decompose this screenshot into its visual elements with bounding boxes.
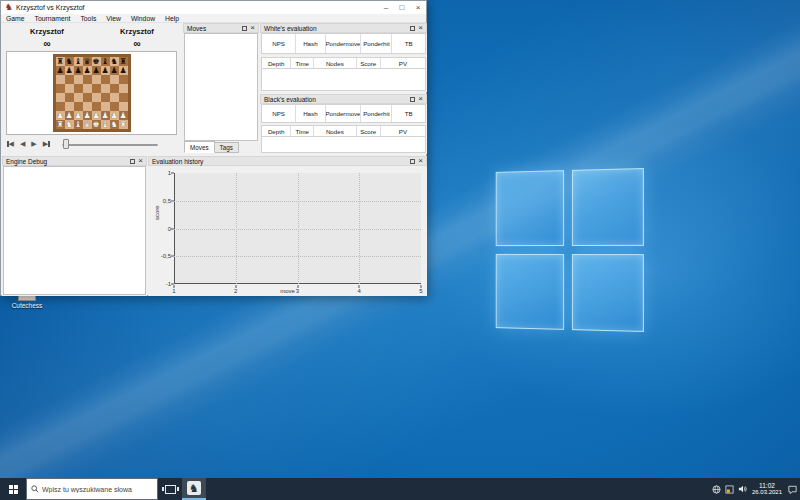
skip-to-end-button[interactable]: ▶ — [43, 140, 50, 148]
board-square[interactable] — [65, 93, 74, 102]
board-square[interactable] — [56, 102, 65, 111]
minimize-button[interactable]: – — [378, 1, 394, 14]
board-square[interactable]: ♟ — [56, 66, 65, 75]
board-square[interactable] — [92, 75, 101, 84]
board-square[interactable]: ♟ — [101, 66, 110, 75]
column-header-ponderhit[interactable]: Ponderhit — [361, 105, 392, 122]
column-header-tb[interactable]: TB — [392, 105, 425, 122]
taskbar-search[interactable] — [26, 478, 158, 500]
menu-item-help[interactable]: Help — [160, 15, 184, 22]
board-square[interactable] — [56, 84, 65, 93]
board-square[interactable]: ♜ — [56, 57, 65, 66]
board-square[interactable]: ♝ — [74, 120, 83, 129]
board-square[interactable]: ♜ — [119, 120, 128, 129]
board-square[interactable]: ♛ — [83, 57, 92, 66]
board-square[interactable] — [83, 102, 92, 111]
volume-icon[interactable] — [736, 478, 749, 500]
close-panel-icon[interactable]: × — [138, 158, 143, 164]
board-square[interactable] — [92, 102, 101, 111]
column-header-pondermove[interactable]: Pondermove — [326, 105, 362, 122]
board-square[interactable]: ♚ — [92, 57, 101, 66]
board-square[interactable]: ♟ — [65, 66, 74, 75]
board-square[interactable] — [65, 84, 74, 93]
close-button[interactable]: × — [410, 1, 426, 14]
tab-moves[interactable]: Moves — [184, 141, 215, 153]
board-square[interactable]: ♝ — [101, 57, 110, 66]
board-square[interactable]: ♟ — [101, 111, 110, 120]
board-square[interactable] — [101, 84, 110, 93]
close-panel-icon[interactable]: × — [418, 25, 423, 31]
board-square[interactable]: ♟ — [92, 111, 101, 120]
board-square[interactable] — [83, 75, 92, 84]
board-square[interactable]: ♝ — [74, 57, 83, 66]
board-square[interactable] — [119, 102, 128, 111]
board-square[interactable] — [119, 93, 128, 102]
title-bar[interactable]: ♞ Krzysztof vs Krzysztof – □ × — [1, 1, 426, 14]
board-square[interactable] — [74, 102, 83, 111]
board-square[interactable]: ♛ — [83, 120, 92, 129]
board-square[interactable]: ♟ — [119, 66, 128, 75]
board-square[interactable] — [56, 75, 65, 84]
column-header-time[interactable]: Time — [291, 126, 314, 136]
board-square[interactable]: ♚ — [92, 120, 101, 129]
board-square[interactable]: ♜ — [119, 57, 128, 66]
board-square[interactable]: ♟ — [110, 111, 119, 120]
previous-move-button[interactable]: ◀ — [20, 140, 25, 148]
board-square[interactable] — [56, 93, 65, 102]
float-panel-icon[interactable] — [130, 159, 135, 164]
menu-item-game[interactable]: Game — [1, 15, 30, 22]
board-square[interactable] — [110, 84, 119, 93]
board-square[interactable] — [119, 84, 128, 93]
menu-item-tools[interactable]: Tools — [75, 15, 101, 22]
black-eval-table-body[interactable] — [261, 137, 426, 153]
start-button[interactable] — [0, 478, 26, 500]
float-panel-icon[interactable] — [242, 26, 247, 31]
board-square[interactable] — [110, 93, 119, 102]
board-square[interactable] — [65, 102, 74, 111]
white-eval-table-body[interactable] — [261, 69, 426, 91]
board-square[interactable] — [74, 75, 83, 84]
close-panel-icon[interactable]: × — [418, 158, 423, 164]
column-header-hash[interactable]: Hash — [296, 105, 325, 122]
board-square[interactable]: ♞ — [110, 57, 119, 66]
board-square[interactable] — [92, 84, 101, 93]
float-panel-icon[interactable] — [410, 26, 415, 31]
menu-item-view[interactable]: View — [101, 15, 126, 22]
board-square[interactable] — [101, 102, 110, 111]
column-header-nps[interactable]: NPS — [262, 34, 296, 53]
column-header-time[interactable]: Time — [291, 58, 314, 68]
board-square[interactable]: ♟ — [74, 111, 83, 120]
board-square[interactable] — [83, 93, 92, 102]
slider-handle[interactable] — [63, 139, 69, 149]
board-square[interactable] — [119, 75, 128, 84]
board-square[interactable] — [101, 75, 110, 84]
board-square[interactable]: ♜ — [56, 120, 65, 129]
column-header-depth[interactable]: Depth — [262, 126, 291, 136]
board-square[interactable] — [74, 93, 83, 102]
column-header-hash[interactable]: Hash — [296, 34, 325, 53]
column-header-tb[interactable]: TB — [392, 34, 425, 53]
column-header-nps[interactable]: NPS — [262, 105, 296, 122]
engine-debug-log[interactable] — [3, 166, 146, 295]
board-square[interactable]: ♟ — [56, 111, 65, 120]
board-square[interactable]: ♟ — [74, 66, 83, 75]
task-view-button[interactable] — [158, 478, 182, 500]
search-input[interactable] — [42, 486, 152, 493]
column-header-pv[interactable]: PV — [381, 58, 425, 68]
board-square[interactable] — [92, 93, 101, 102]
column-header-ponderhit[interactable]: Ponderhit — [361, 34, 392, 53]
float-panel-icon[interactable] — [410, 159, 415, 164]
skip-to-start-button[interactable]: ◀ — [7, 140, 14, 148]
taskbar-app-chess[interactable]: ♞ — [182, 478, 206, 500]
board-square[interactable]: ♞ — [65, 57, 74, 66]
tab-tags[interactable]: Tags — [215, 142, 239, 153]
board-square[interactable]: ♟ — [65, 111, 74, 120]
board-square[interactable] — [74, 84, 83, 93]
board-square[interactable] — [110, 75, 119, 84]
board-square[interactable]: ♟ — [119, 111, 128, 120]
column-header-pondermove[interactable]: Pondermove — [326, 34, 362, 53]
board-square[interactable] — [83, 84, 92, 93]
move-slider[interactable] — [62, 139, 158, 149]
chess-board[interactable]: ♜♞♝♛♚♝♞♜♟♟♟♟♟♟♟♟♟♟♟♟♟♟♟♟♜♞♝♛♚♝♞♜ — [53, 54, 131, 132]
maximize-button[interactable]: □ — [394, 1, 410, 14]
